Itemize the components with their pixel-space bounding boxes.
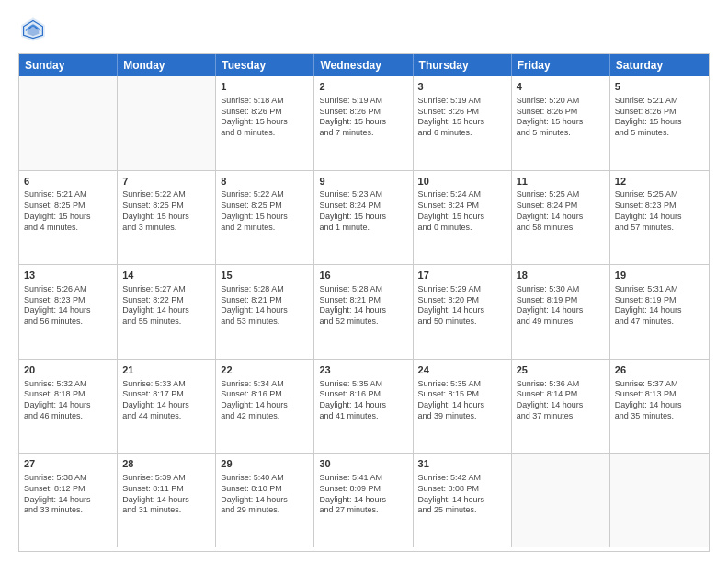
day-info: Sunrise: 5:41 AM Sunset: 8:09 PM Dayligh… (319, 473, 407, 516)
day-info: Sunrise: 5:23 AM Sunset: 8:24 PM Dayligh… (319, 190, 407, 233)
day-number: 21 (122, 363, 210, 377)
day-info: Sunrise: 5:19 AM Sunset: 8:26 PM Dayligh… (319, 96, 407, 139)
calendar-cell-day-3: 3Sunrise: 5:19 AM Sunset: 8:26 PM Daylig… (414, 76, 512, 170)
day-number: 3 (418, 80, 506, 94)
day-info: Sunrise: 5:25 AM Sunset: 8:23 PM Dayligh… (615, 190, 704, 233)
day-number: 6 (24, 175, 112, 189)
calendar-cell-day-27: 27Sunrise: 5:38 AM Sunset: 8:12 PM Dayli… (19, 454, 118, 547)
header (18, 15, 710, 44)
calendar-cell-day-15: 15Sunrise: 5:28 AM Sunset: 8:21 PM Dayli… (216, 265, 314, 359)
header-day-saturday: Saturday (610, 54, 709, 76)
calendar-cell-day-26: 26Sunrise: 5:37 AM Sunset: 8:13 PM Dayli… (610, 360, 709, 454)
day-number: 1 (221, 80, 309, 94)
day-number: 13 (24, 269, 112, 282)
calendar-cell-day-18: 18Sunrise: 5:30 AM Sunset: 8:19 PM Dayli… (512, 265, 610, 359)
day-number: 18 (517, 269, 605, 282)
calendar-cell-day-19: 19Sunrise: 5:31 AM Sunset: 8:19 PM Dayli… (610, 265, 709, 359)
day-info: Sunrise: 5:21 AM Sunset: 8:26 PM Dayligh… (615, 96, 704, 139)
day-info: Sunrise: 5:36 AM Sunset: 8:14 PM Dayligh… (517, 379, 605, 422)
day-info: Sunrise: 5:20 AM Sunset: 8:26 PM Dayligh… (517, 96, 605, 139)
calendar-cell-day-2: 2Sunrise: 5:19 AM Sunset: 8:26 PM Daylig… (314, 76, 413, 170)
calendar-cell-day-14: 14Sunrise: 5:27 AM Sunset: 8:22 PM Dayli… (118, 265, 216, 359)
calendar-cell-day-20: 20Sunrise: 5:32 AM Sunset: 8:18 PM Dayli… (19, 360, 118, 454)
day-info: Sunrise: 5:42 AM Sunset: 8:08 PM Dayligh… (418, 473, 506, 516)
calendar-cell-day-8: 8Sunrise: 5:22 AM Sunset: 8:25 PM Daylig… (216, 171, 314, 265)
calendar-cell-day-16: 16Sunrise: 5:28 AM Sunset: 8:21 PM Dayli… (314, 265, 413, 359)
day-info: Sunrise: 5:31 AM Sunset: 8:19 PM Dayligh… (615, 284, 704, 327)
day-info: Sunrise: 5:30 AM Sunset: 8:19 PM Dayligh… (517, 284, 605, 327)
day-info: Sunrise: 5:37 AM Sunset: 8:13 PM Dayligh… (615, 379, 704, 422)
header-day-wednesday: Wednesday (314, 54, 413, 76)
calendar-cell-empty (118, 76, 216, 170)
calendar-cell-day-13: 13Sunrise: 5:26 AM Sunset: 8:23 PM Dayli… (19, 265, 118, 359)
day-number: 2 (319, 80, 407, 94)
calendar-cell-day-1: 1Sunrise: 5:18 AM Sunset: 8:26 PM Daylig… (216, 76, 314, 170)
calendar-row-1: 1Sunrise: 5:18 AM Sunset: 8:26 PM Daylig… (19, 76, 709, 171)
calendar-cell-day-6: 6Sunrise: 5:21 AM Sunset: 8:25 PM Daylig… (19, 171, 118, 265)
calendar-cell-day-4: 4Sunrise: 5:20 AM Sunset: 8:26 PM Daylig… (512, 76, 610, 170)
day-number: 27 (24, 457, 112, 471)
calendar-row-4: 20Sunrise: 5:32 AM Sunset: 8:18 PM Dayli… (19, 360, 709, 454)
day-number: 15 (221, 269, 309, 282)
calendar-cell-day-22: 22Sunrise: 5:34 AM Sunset: 8:16 PM Dayli… (216, 360, 314, 454)
day-number: 9 (319, 175, 407, 189)
day-number: 29 (221, 457, 309, 471)
day-info: Sunrise: 5:28 AM Sunset: 8:21 PM Dayligh… (221, 284, 309, 327)
calendar-cell-day-24: 24Sunrise: 5:35 AM Sunset: 8:15 PM Dayli… (414, 360, 512, 454)
day-info: Sunrise: 5:19 AM Sunset: 8:26 PM Dayligh… (418, 96, 506, 139)
calendar-cell-day-30: 30Sunrise: 5:41 AM Sunset: 8:09 PM Dayli… (314, 454, 413, 547)
header-day-monday: Monday (118, 54, 216, 76)
day-info: Sunrise: 5:38 AM Sunset: 8:12 PM Dayligh… (24, 473, 112, 516)
day-info: Sunrise: 5:25 AM Sunset: 8:24 PM Dayligh… (517, 190, 605, 233)
day-number: 11 (517, 175, 605, 189)
calendar-cell-day-11: 11Sunrise: 5:25 AM Sunset: 8:24 PM Dayli… (512, 171, 610, 265)
calendar-cell-day-5: 5Sunrise: 5:21 AM Sunset: 8:26 PM Daylig… (610, 76, 709, 170)
calendar-cell-day-23: 23Sunrise: 5:35 AM Sunset: 8:16 PM Dayli… (314, 360, 413, 454)
day-number: 10 (418, 175, 506, 189)
calendar-cell-empty (512, 454, 610, 547)
page: SundayMondayTuesdayWednesdayThursdayFrid… (0, 0, 728, 563)
day-number: 31 (418, 457, 506, 471)
day-info: Sunrise: 5:29 AM Sunset: 8:20 PM Dayligh… (418, 284, 506, 327)
logo-icon (18, 15, 48, 44)
day-number: 26 (615, 363, 704, 377)
day-info: Sunrise: 5:28 AM Sunset: 8:21 PM Dayligh… (319, 284, 407, 327)
day-info: Sunrise: 5:26 AM Sunset: 8:23 PM Dayligh… (24, 284, 112, 327)
calendar-cell-day-28: 28Sunrise: 5:39 AM Sunset: 8:11 PM Dayli… (118, 454, 216, 547)
header-day-sunday: Sunday (19, 54, 118, 76)
day-info: Sunrise: 5:27 AM Sunset: 8:22 PM Dayligh… (122, 284, 210, 327)
day-number: 7 (122, 175, 210, 189)
day-info: Sunrise: 5:22 AM Sunset: 8:25 PM Dayligh… (122, 190, 210, 233)
calendar-cell-empty (19, 76, 118, 170)
day-number: 30 (319, 457, 407, 471)
day-number: 25 (517, 363, 605, 377)
day-number: 8 (221, 175, 309, 189)
calendar-cell-day-10: 10Sunrise: 5:24 AM Sunset: 8:24 PM Dayli… (414, 171, 512, 265)
calendar-body: 1Sunrise: 5:18 AM Sunset: 8:26 PM Daylig… (19, 76, 709, 547)
logo (18, 15, 51, 44)
calendar-cell-day-31: 31Sunrise: 5:42 AM Sunset: 8:08 PM Dayli… (414, 454, 512, 547)
calendar-cell-day-21: 21Sunrise: 5:33 AM Sunset: 8:17 PM Dayli… (118, 360, 216, 454)
day-info: Sunrise: 5:24 AM Sunset: 8:24 PM Dayligh… (418, 190, 506, 233)
day-info: Sunrise: 5:39 AM Sunset: 8:11 PM Dayligh… (122, 473, 210, 516)
day-number: 23 (319, 363, 407, 377)
calendar-cell-day-25: 25Sunrise: 5:36 AM Sunset: 8:14 PM Dayli… (512, 360, 610, 454)
calendar-cell-day-9: 9Sunrise: 5:23 AM Sunset: 8:24 PM Daylig… (314, 171, 413, 265)
calendar-cell-day-7: 7Sunrise: 5:22 AM Sunset: 8:25 PM Daylig… (118, 171, 216, 265)
day-info: Sunrise: 5:35 AM Sunset: 8:16 PM Dayligh… (319, 379, 407, 422)
day-number: 28 (122, 457, 210, 471)
calendar-cell-empty (610, 454, 709, 547)
day-number: 19 (615, 269, 704, 282)
header-day-tuesday: Tuesday (216, 54, 314, 76)
day-number: 20 (24, 363, 112, 377)
day-info: Sunrise: 5:34 AM Sunset: 8:16 PM Dayligh… (221, 379, 309, 422)
calendar-header: SundayMondayTuesdayWednesdayThursdayFrid… (19, 54, 709, 76)
header-day-thursday: Thursday (414, 54, 512, 76)
day-info: Sunrise: 5:22 AM Sunset: 8:25 PM Dayligh… (221, 190, 309, 233)
calendar-row-5: 27Sunrise: 5:38 AM Sunset: 8:12 PM Dayli… (19, 454, 709, 547)
day-info: Sunrise: 5:21 AM Sunset: 8:25 PM Dayligh… (24, 190, 112, 233)
day-number: 5 (615, 80, 704, 94)
day-info: Sunrise: 5:40 AM Sunset: 8:10 PM Dayligh… (221, 473, 309, 516)
day-info: Sunrise: 5:33 AM Sunset: 8:17 PM Dayligh… (122, 379, 210, 422)
day-number: 22 (221, 363, 309, 377)
